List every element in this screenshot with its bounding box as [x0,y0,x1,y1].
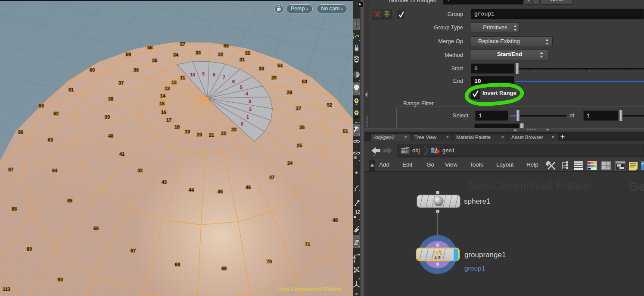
svg-text:2: 2 [249,107,252,112]
svg-text:15: 15 [159,101,165,106]
svg-text:113: 113 [3,287,10,292]
svg-text:70: 70 [267,259,272,264]
svg-text:69: 69 [221,266,227,271]
svg-text:14: 14 [160,93,166,98]
svg-text:60: 60 [90,67,95,72]
svg-text:36: 36 [134,67,139,72]
svg-text:6: 6 [232,79,235,84]
svg-text:62: 62 [53,111,59,116]
svg-text:56: 56 [224,43,229,48]
svg-text:43: 43 [162,179,167,185]
svg-text:61: 61 [68,87,74,92]
svg-text:28: 28 [287,90,292,95]
svg-text:12: 12 [171,80,177,85]
svg-text:55: 55 [245,50,250,56]
svg-text:64: 64 [52,168,58,173]
svg-text:12: 12 [355,210,361,214]
svg-text:38: 38 [108,96,113,101]
svg-text:58: 58 [147,45,152,50]
svg-text:8: 8 [213,72,215,77]
svg-text:9: 9 [202,71,205,76]
svg-text:51: 51 [343,129,348,134]
svg-text:40: 40 [108,133,113,139]
svg-text:48: 48 [333,217,338,223]
svg-text:54: 54 [277,63,283,68]
svg-text:17: 17 [166,117,171,123]
svg-text:18: 18 [174,124,180,129]
svg-text:71: 71 [305,242,310,247]
svg-text:52: 52 [327,102,332,107]
svg-text:0: 0 [241,121,243,126]
svg-text:5: 5 [240,85,243,90]
svg-text:87: 87 [8,167,13,172]
svg-text:59: 59 [126,52,131,57]
svg-text:35: 35 [152,58,157,63]
svg-text:26: 26 [299,125,305,130]
svg-text:22: 22 [221,131,226,136]
svg-text:41: 41 [119,151,124,157]
svg-text:34: 34 [173,52,179,57]
svg-text:29: 29 [271,75,277,80]
svg-text:27: 27 [296,106,301,111]
svg-text:68: 68 [175,262,180,267]
svg-text:42: 42 [137,168,143,173]
svg-text:1: 1 [246,114,249,120]
svg-text:63: 63 [48,137,53,142]
svg-text:90: 90 [58,277,63,282]
svg-text:20: 20 [197,132,202,137]
svg-text:11: 11 [180,75,185,80]
svg-text:7: 7 [223,75,225,80]
svg-text:31: 31 [240,57,245,62]
svg-text:57: 57 [180,41,185,47]
svg-text:39: 39 [105,114,110,120]
svg-text:3: 3 [249,99,251,104]
svg-text:12: 12 [355,240,360,245]
svg-text:13: 13 [165,86,170,91]
svg-text:23: 23 [231,127,236,132]
svg-text:4: 4 [246,91,249,96]
svg-text:66: 66 [93,226,99,231]
svg-text:47: 47 [269,175,274,180]
svg-text:86: 86 [18,129,23,135]
svg-text:25: 25 [297,143,302,148]
svg-text:1-5: 1-5 [435,255,441,260]
svg-text:89: 89 [27,246,32,252]
svg-text:24: 24 [287,161,293,166]
svg-text:65: 65 [67,198,72,203]
svg-text:45: 45 [218,189,223,194]
svg-text:37: 37 [118,80,124,85]
svg-text:21: 21 [209,132,214,138]
svg-text:32: 32 [218,52,223,57]
svg-text:88: 88 [12,206,17,211]
svg-text:19: 19 [185,129,190,134]
svg-text:30: 30 [259,66,264,71]
svg-text:53: 53 [302,79,307,84]
svg-text:33: 33 [196,50,201,55]
svg-text:16: 16 [161,110,166,115]
svg-text:85: 85 [39,103,44,108]
svg-text:46: 46 [246,185,251,190]
svg-text:67: 67 [131,248,136,253]
svg-text:10: 10 [190,72,195,77]
svg-text:44: 44 [189,187,194,192]
